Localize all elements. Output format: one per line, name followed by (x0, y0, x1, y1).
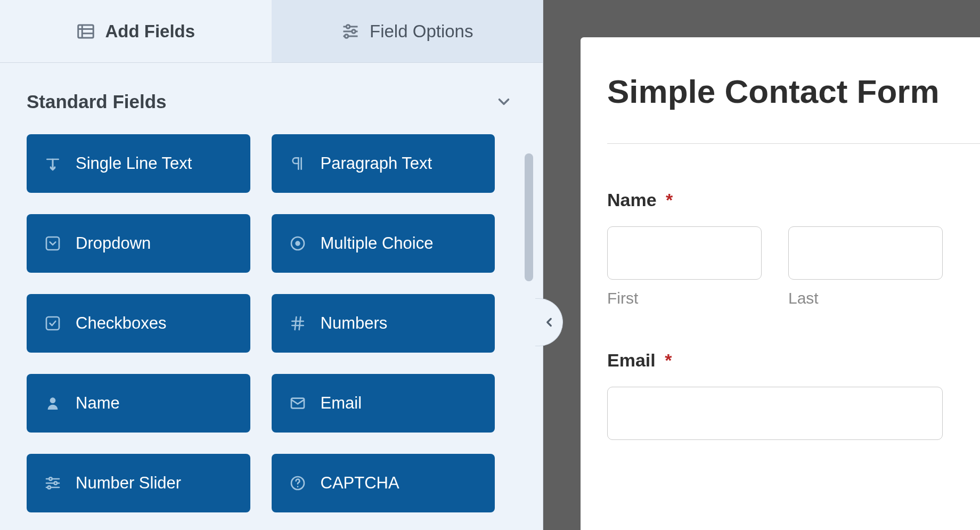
dropdown-icon (44, 234, 62, 252)
field-grid: Single Line TextParagraph TextDropdownMu… (27, 134, 516, 512)
field-checkboxes[interactable]: Checkboxes (27, 294, 250, 353)
first-sublabel: First (607, 289, 762, 307)
divider (607, 143, 980, 144)
svg-point-5 (346, 25, 350, 28)
app-root: Add Fields Field Options Standard Fields (0, 0, 980, 530)
svg-point-25 (48, 486, 51, 488)
name-field-label: Name * (607, 190, 980, 210)
field-label: Number Slider (76, 474, 181, 493)
svg-rect-13 (46, 317, 59, 330)
field-label: Dropdown (76, 234, 151, 253)
chevron-left-icon (542, 315, 556, 329)
field-label: Checkboxes (76, 314, 167, 333)
svg-point-21 (49, 477, 52, 480)
field-label: Numbers (321, 314, 388, 333)
svg-rect-0 (78, 25, 94, 38)
last-name-col: Last (788, 226, 943, 307)
form-preview: Simple Contact Form Name * First Last Em… (581, 37, 980, 530)
sliders-icon (44, 474, 62, 492)
section-title: Standard Fields (27, 91, 167, 112)
fields-panel: Standard Fields Single Line TextParagrap… (0, 63, 543, 530)
first-name-input[interactable] (607, 226, 762, 280)
chevron-down-icon[interactable] (492, 89, 516, 114)
field-label: Paragraph Text (321, 154, 432, 173)
svg-point-18 (50, 397, 56, 403)
svg-point-27 (297, 486, 298, 487)
svg-rect-10 (46, 237, 59, 250)
radio-icon (289, 234, 307, 252)
question-icon (289, 474, 307, 492)
svg-line-16 (295, 317, 296, 330)
email-input[interactable] (607, 387, 943, 440)
svg-point-12 (295, 241, 300, 246)
name-row: First Last (607, 226, 980, 307)
field-label: Multiple Choice (321, 234, 434, 253)
field-name[interactable]: Name (27, 374, 250, 433)
section-header[interactable]: Standard Fields (27, 89, 516, 114)
field-label: Name (76, 394, 120, 413)
pilcrow-icon (289, 154, 307, 173)
svg-line-17 (299, 317, 300, 330)
scrollbar-thumb[interactable] (525, 153, 533, 281)
first-name-col: First (607, 226, 762, 307)
svg-point-7 (352, 29, 356, 33)
field-label: Single Line Text (76, 154, 192, 173)
last-name-input[interactable] (788, 226, 943, 280)
field-email[interactable]: Email (272, 374, 495, 433)
text-cursor-icon (44, 154, 62, 173)
check-square-icon (44, 314, 62, 332)
envelope-icon (289, 394, 307, 412)
sidebar: Add Fields Field Options Standard Fields (0, 0, 543, 530)
required-marker: * (665, 350, 672, 370)
hash-icon (289, 314, 307, 332)
required-marker: * (666, 190, 673, 210)
list-icon (76, 22, 95, 41)
field-single-line-text[interactable]: Single Line Text (27, 134, 250, 193)
tab-add-fields[interactable]: Add Fields (0, 0, 272, 63)
user-icon (44, 394, 62, 412)
email-label-text: Email (607, 350, 656, 370)
sidebar-tabs: Add Fields Field Options (0, 0, 543, 63)
sliders-icon (341, 22, 360, 41)
last-sublabel: Last (788, 289, 943, 307)
field-label: CAPTCHA (321, 474, 399, 493)
field-dropdown[interactable]: Dropdown (27, 214, 250, 273)
field-label: Email (321, 394, 362, 413)
preview-area: Simple Contact Form Name * First Last Em… (543, 0, 980, 530)
tab-options-label: Field Options (370, 21, 473, 42)
field-multiple-choice[interactable]: Multiple Choice (272, 214, 495, 273)
field-paragraph-text[interactable]: Paragraph Text (272, 134, 495, 193)
field-captcha[interactable]: CAPTCHA (272, 454, 495, 512)
tab-field-options[interactable]: Field Options (272, 0, 543, 63)
field-numbers[interactable]: Numbers (272, 294, 495, 353)
tab-add-label: Add Fields (105, 21, 195, 42)
svg-point-23 (54, 482, 57, 484)
svg-point-9 (345, 34, 348, 38)
name-label-text: Name (607, 190, 657, 210)
form-title: Simple Contact Form (607, 72, 980, 110)
field-number-slider[interactable]: Number Slider (27, 454, 250, 512)
email-field-label: Email * (607, 350, 980, 371)
